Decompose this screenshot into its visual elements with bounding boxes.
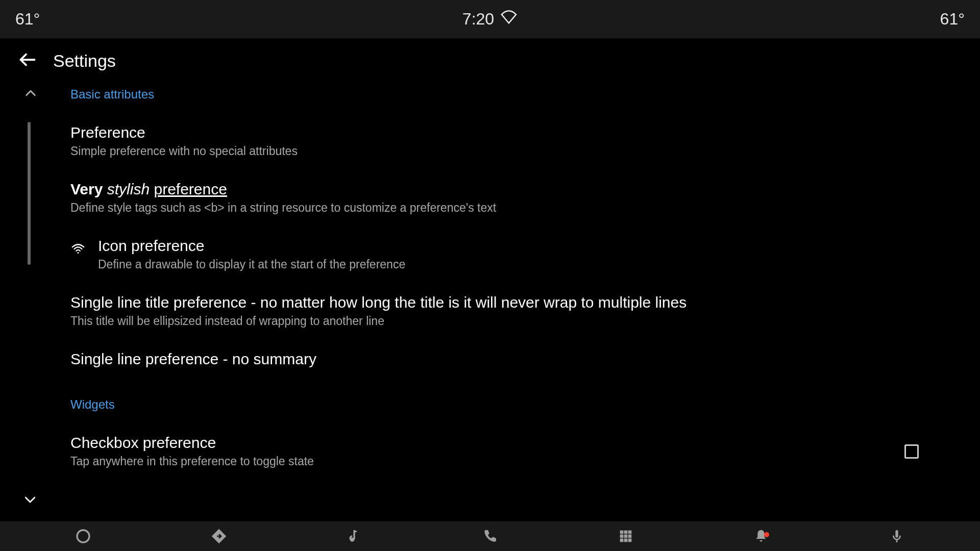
status-temperature-left: 61° [15, 10, 40, 29]
chevron-up-icon[interactable] [23, 86, 38, 103]
svg-rect-10 [620, 539, 623, 541]
wifi-icon [70, 241, 86, 259]
preference-title: Single line preference - no summary [70, 350, 949, 368]
status-bar: 61° 7:20 61° [0, 0, 980, 38]
svg-rect-4 [620, 531, 623, 533]
preference-title: Preference [70, 124, 949, 141]
svg-rect-7 [620, 535, 623, 537]
preference-summary: This title will be ellipsized instead of… [70, 314, 949, 328]
svg-point-2 [77, 530, 89, 542]
nav-music-button[interactable] [286, 528, 422, 544]
preference-checkbox[interactable]: Checkbox preference Tap anywhere in this… [70, 425, 949, 482]
svg-rect-13 [896, 530, 898, 538]
status-time: 7:20 [462, 10, 494, 29]
svg-rect-11 [624, 539, 627, 541]
preference-title: Single line title preference - no matter… [70, 294, 949, 311]
svg-rect-8 [624, 535, 627, 537]
svg-point-1 [78, 252, 79, 254]
category-basic-attributes: Basic attributes [70, 81, 949, 115]
navigation-items [15, 528, 965, 544]
status-center: 7:20 [462, 9, 518, 30]
svg-point-3 [350, 538, 354, 542]
nav-notifications-button[interactable] [694, 528, 829, 544]
preference-icon[interactable]: Icon preference Define a drawable to dis… [70, 228, 949, 285]
stylish-bold: Very [70, 181, 103, 197]
nav-phone-button[interactable] [422, 528, 558, 544]
nav-home-button[interactable] [15, 528, 151, 544]
nav-voice-button[interactable] [829, 528, 965, 544]
preference-single-line-no-summary[interactable]: Single line preference - no summary [70, 341, 949, 391]
preference-summary: Define a drawable to display it at the s… [98, 258, 405, 271]
nav-apps-button[interactable] [558, 528, 694, 544]
svg-rect-6 [628, 531, 631, 533]
stylish-italic: stylish [107, 181, 150, 197]
category-widgets: Widgets [70, 391, 949, 425]
checkbox-icon[interactable] [904, 444, 919, 459]
chevron-down-icon[interactable] [22, 492, 38, 509]
preference-title: Icon preference [98, 237, 405, 255]
wifi-outline-icon [500, 9, 518, 30]
preference-summary: Define style tags such as <b> in a strin… [70, 201, 949, 215]
svg-rect-9 [628, 535, 631, 537]
preference-text: Checkbox preference Tap anywhere in this… [70, 434, 314, 468]
preference-summary: Simple preference with no special attrib… [70, 144, 949, 158]
content-wrapper: Basic attributes Preference Simple prefe… [0, 81, 980, 482]
status-temperature-right: 61° [940, 10, 965, 29]
preference-summary: Tap anywhere in this preference to toggl… [70, 455, 314, 468]
svg-rect-12 [628, 539, 631, 541]
scrollbar-thumb[interactable] [28, 122, 31, 265]
svg-rect-5 [624, 531, 627, 533]
preference-simple[interactable]: Preference Simple preference with no spe… [70, 115, 949, 171]
preference-title: Checkbox preference [70, 434, 314, 452]
nav-directions-button[interactable] [151, 528, 287, 544]
navigation-bar [0, 521, 980, 551]
preference-text: Icon preference Define a drawable to dis… [98, 237, 405, 271]
back-button[interactable] [18, 51, 37, 71]
preference-list: Basic attributes Preference Simple prefe… [49, 81, 949, 482]
preference-stylish[interactable]: Very stylish preference Define style tag… [70, 171, 949, 228]
preference-title: Very stylish preference [70, 181, 949, 198]
page-title: Settings [53, 51, 116, 71]
toolbar: Settings [0, 38, 980, 81]
stylish-underline: preference [154, 181, 227, 197]
scroll-gutter [18, 81, 49, 482]
preference-single-line-title[interactable]: Single line title preference - no matter… [70, 285, 949, 341]
